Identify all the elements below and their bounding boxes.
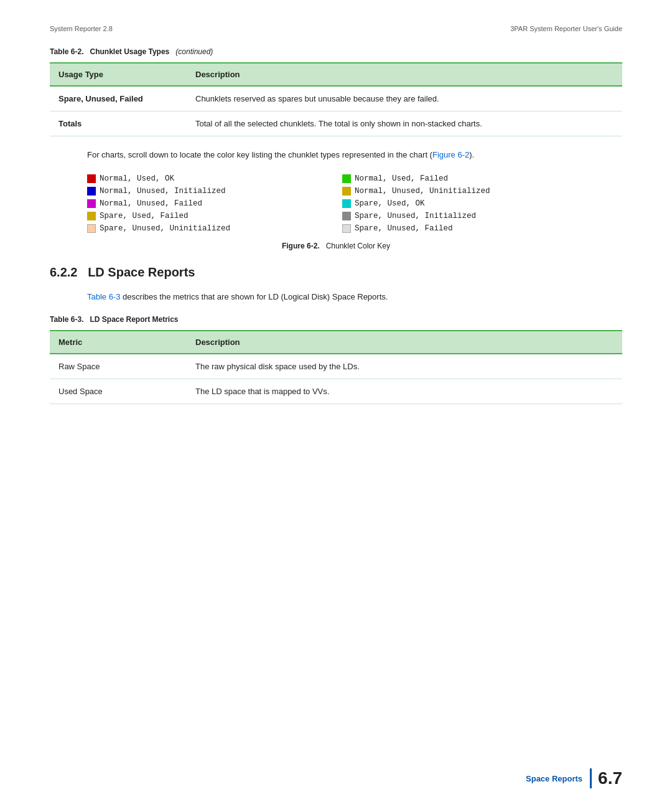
color-key-item: Normal, Used, OK	[87, 174, 330, 183]
color-key-item: Spare, Unused, Failed	[342, 224, 585, 233]
color-swatch	[342, 224, 351, 233]
color-swatch	[87, 174, 96, 183]
color-swatch	[342, 187, 351, 196]
color-swatch	[87, 224, 96, 233]
body-text-1: For charts, scroll down to locate the co…	[87, 149, 585, 162]
table2-caption-title: Chunklet Usage Types	[90, 47, 169, 56]
header-right: 3PAR System Reporter User's Guide	[510, 25, 622, 32]
body-text-content: For charts, scroll down to locate the co…	[87, 150, 474, 159]
color-key-label: Spare, Used, OK	[355, 199, 425, 208]
table2-col2-header: Description	[187, 63, 622, 86]
color-key-item: Normal, Used, Failed	[342, 174, 585, 183]
page-footer: Space Reports 6.7	[526, 768, 622, 788]
color-key-item: Spare, Used, OK	[342, 199, 585, 208]
table2-caption-label: Table 6-2.	[50, 47, 83, 56]
footer-label: Space Reports	[526, 774, 582, 783]
color-swatch	[87, 212, 96, 220]
color-swatch	[342, 199, 351, 208]
color-key-label: Normal, Unused, Initialized	[100, 187, 226, 196]
figure-caption-label: Figure 6-2.	[282, 242, 320, 250]
table-row: Used SpaceThe LD space that is mapped to…	[50, 379, 622, 404]
table2-caption: Table 6-2. Chunklet Usage Types (continu…	[50, 47, 622, 56]
section-number: 6.2.2	[50, 265, 77, 279]
table3: Metric Description Raw SpaceThe raw phys…	[50, 330, 622, 404]
section-title: LD Space Reports	[88, 265, 195, 279]
table2-desc-cell: Total of all the selected chunklets. The…	[187, 111, 622, 136]
table3-col2-header: Description	[187, 331, 622, 354]
color-swatch	[342, 174, 351, 183]
color-key-container: Normal, Used, OKNormal, Used, FailedNorm…	[87, 174, 585, 233]
figure-ref-link[interactable]: Figure 6-2	[432, 150, 469, 159]
table3-desc-cell: The LD space that is mapped to VVs.	[187, 379, 622, 404]
color-key-item: Normal, Unused, Failed	[87, 199, 330, 208]
page-header: System Reporter 2.8 3PAR System Reporter…	[50, 25, 622, 32]
color-swatch	[87, 199, 96, 208]
table3-caption-title: LD Space Report Metrics	[90, 315, 178, 324]
color-key-label: Normal, Used, Failed	[355, 174, 448, 183]
color-key-item: Normal, Unused, Uninitialized	[342, 187, 585, 196]
color-key-label: Normal, Used, OK	[100, 174, 174, 183]
table3-ref-link[interactable]: Table 6-3	[87, 292, 120, 301]
table2-col1-header: Usage Type	[50, 63, 187, 86]
table-row: TotalsTotal of all the selected chunklet…	[50, 111, 622, 136]
header-left: System Reporter 2.8	[50, 25, 113, 32]
color-key-item: Normal, Unused, Initialized	[87, 187, 330, 196]
table2-desc-cell: Chunklets reserved as spares but unusabl…	[187, 86, 622, 111]
table3-desc-cell: The raw physical disk space used by the …	[187, 354, 622, 379]
table2-caption-continued: (continued)	[175, 47, 213, 56]
footer-page: 6.7	[590, 768, 622, 788]
table-row: Raw SpaceThe raw physical disk space use…	[50, 354, 622, 379]
color-key-label: Spare, Unused, Failed	[355, 224, 453, 233]
table2-type-cell: Spare, Unused, Failed	[50, 86, 187, 111]
table-row: Spare, Unused, FailedChunklets reserved …	[50, 86, 622, 111]
color-key-label: Spare, Used, Failed	[100, 212, 189, 220]
section-heading: 6.2.2 LD Space Reports	[50, 265, 622, 280]
color-swatch	[342, 212, 351, 220]
table3-metric-cell: Raw Space	[50, 354, 187, 379]
color-key-label: Spare, Unused, Initialized	[355, 212, 476, 220]
table2: Usage Type Description Spare, Unused, Fa…	[50, 62, 622, 136]
color-key-label: Spare, Unused, Uninitialized	[100, 224, 230, 233]
color-key-item: Spare, Unused, Uninitialized	[87, 224, 330, 233]
color-key-label: Normal, Unused, Failed	[100, 199, 202, 208]
table3-col1-header: Metric	[50, 331, 187, 354]
color-key-label: Normal, Unused, Uninitialized	[355, 187, 490, 196]
color-key-item: Spare, Unused, Initialized	[342, 212, 585, 220]
figure-caption: Figure 6-2. Chunklet Color Key	[50, 242, 622, 250]
table3-caption: Table 6-3. LD Space Report Metrics	[50, 315, 622, 324]
table3-metric-cell: Used Space	[50, 379, 187, 404]
section-body-text: Table 6-3 describes the metrics that are…	[87, 291, 585, 304]
color-swatch	[87, 187, 96, 196]
table2-type-cell: Totals	[50, 111, 187, 136]
table3-caption-label: Table 6-3.	[50, 315, 83, 324]
figure-caption-title: Chunklet Color Key	[326, 242, 390, 250]
color-key-item: Spare, Used, Failed	[87, 212, 330, 220]
